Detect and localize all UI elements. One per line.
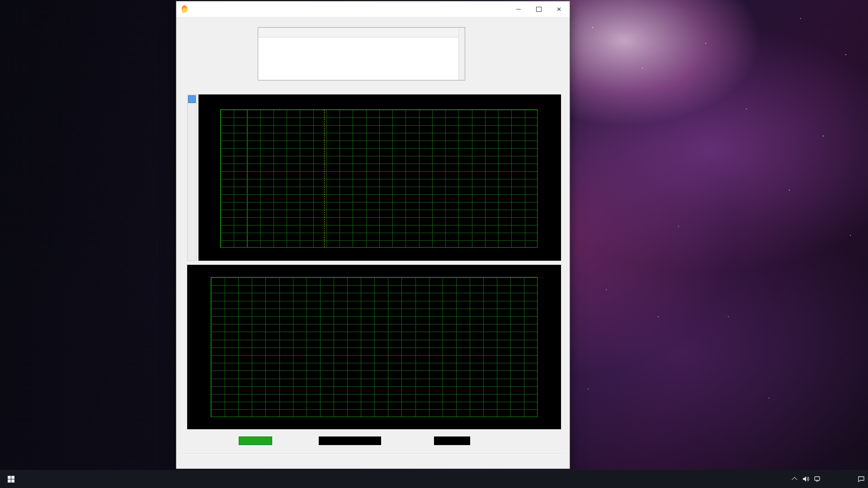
action-center-icon [858,476,865,482]
wallpaper-stars [0,0,1,1]
minimize-icon [516,9,521,9]
log-scrollbar[interactable] [458,28,465,80]
log-listview [258,27,465,80]
temperature-graph [198,94,561,261]
network-button[interactable] [812,470,824,488]
desktop-screen: × [0,0,868,488]
aida64-window: × [176,1,570,469]
network-icon [814,476,821,482]
taskbar [0,470,868,488]
titlebar-buttons: × [508,2,569,16]
tray-overflow-button[interactable] [788,470,800,488]
elapsed-time-value [434,436,470,445]
cpu-usage-graph [187,265,561,429]
start-button[interactable] [0,470,22,488]
aida64-flame-icon [181,5,188,13]
window-titlebar[interactable]: × [176,1,570,17]
minimize-button[interactable] [508,2,528,16]
system-tray [788,470,867,488]
close-button[interactable]: × [549,2,569,16]
status-row [176,436,571,448]
windows-logo-icon [8,476,14,483]
cpu-usage-plot-area [211,277,538,417]
temperature-plot-area [220,109,538,248]
dialog-button-row [176,457,571,468]
volume-button[interactable] [800,470,812,488]
log-header-row [258,28,465,38]
test-started-value [319,436,381,445]
test-start-marker [324,110,325,247]
volume-icon [802,476,810,482]
chevron-up-icon [792,477,797,483]
button-separator [181,454,565,455]
cpu-usage-series-svg [211,277,537,417]
maximize-icon [536,7,542,12]
close-icon: × [557,5,561,13]
action-center-button[interactable] [855,470,867,488]
battery-status-badge [239,436,272,445]
graph-zoom-slider[interactable] [187,94,197,261]
graph-zoom-handle[interactable] [188,95,196,103]
temperature-series-svg [221,110,537,247]
maximize-button[interactable] [528,2,549,16]
